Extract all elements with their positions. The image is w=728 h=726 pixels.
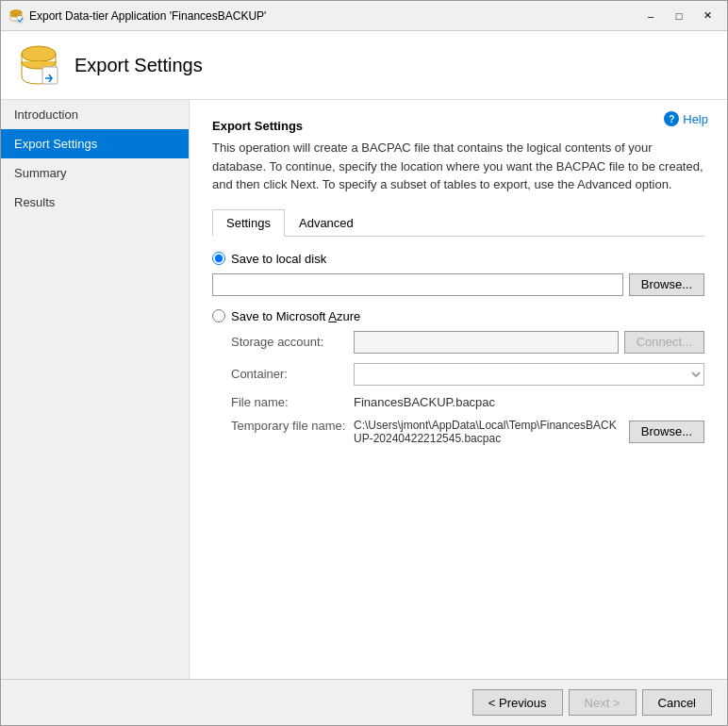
maximize-button[interactable]: □ bbox=[667, 7, 691, 25]
temp-file-field: Temporary file name: C:\Users\jmont\AppD… bbox=[231, 419, 704, 445]
save-local-row: Save to local disk bbox=[212, 252, 704, 266]
header-area: Export Settings bbox=[1, 31, 727, 100]
app-icon bbox=[8, 8, 24, 24]
title-bar-controls: – □ ✕ bbox=[638, 7, 720, 25]
sidebar: Introduction Export Settings Summary Res… bbox=[1, 100, 190, 679]
connect-button[interactable]: Connect... bbox=[624, 331, 704, 354]
help-link[interactable]: ? Help bbox=[664, 111, 708, 126]
footer: < Previous Next > Cancel bbox=[1, 679, 727, 725]
save-azure-label: Save to Microsoft Azure bbox=[231, 309, 360, 323]
file-name-label: File name: bbox=[231, 395, 354, 409]
close-button[interactable]: ✕ bbox=[695, 7, 720, 25]
azure-section: Storage account: Connect... Container: F… bbox=[231, 331, 704, 445]
main-window: Export Data-tier Application 'FinancesBA… bbox=[0, 0, 728, 726]
header-icon bbox=[16, 42, 61, 88]
file-name-value: FinancesBACKUP.bacpac bbox=[354, 395, 704, 409]
tab-advanced[interactable]: Advanced bbox=[285, 209, 368, 237]
tab-settings[interactable]: Settings bbox=[212, 209, 285, 237]
previous-button[interactable]: < Previous bbox=[472, 689, 563, 716]
storage-account-input[interactable] bbox=[354, 331, 619, 354]
temp-file-label: Temporary file name: bbox=[231, 419, 354, 433]
container-select[interactable] bbox=[354, 363, 704, 386]
storage-account-field: Storage account: Connect... bbox=[231, 331, 704, 354]
help-icon: ? bbox=[664, 111, 679, 126]
sidebar-item-export-settings[interactable]: Export Settings bbox=[1, 129, 189, 158]
save-azure-row: Save to Microsoft Azure bbox=[212, 309, 704, 323]
settings-form: Save to local disk Browse... Save to Mic… bbox=[212, 252, 704, 445]
cancel-button[interactable]: Cancel bbox=[642, 689, 712, 716]
sidebar-item-introduction[interactable]: Introduction bbox=[1, 100, 189, 129]
save-azure-radio[interactable] bbox=[212, 309, 225, 322]
section-description: This operation will create a BACPAC file… bbox=[212, 139, 704, 194]
save-local-label[interactable]: Save to local disk bbox=[231, 252, 326, 266]
container-label: Container: bbox=[231, 367, 354, 381]
content-area: Introduction Export Settings Summary Res… bbox=[1, 100, 727, 679]
sidebar-item-summary[interactable]: Summary bbox=[1, 158, 189, 188]
storage-account-label: Storage account: bbox=[231, 335, 354, 349]
local-browse-button[interactable]: Browse... bbox=[629, 273, 704, 296]
next-button[interactable]: Next > bbox=[569, 689, 637, 716]
local-file-input[interactable] bbox=[212, 273, 623, 296]
main-panel: ? Help Export Settings This operation wi… bbox=[190, 100, 727, 679]
temp-file-value: C:\Users\jmont\AppData\Local\Temp\Financ… bbox=[354, 419, 623, 445]
save-local-radio[interactable] bbox=[212, 252, 225, 265]
tabs: Settings Advanced bbox=[212, 209, 704, 237]
container-field: Container: bbox=[231, 363, 704, 386]
temp-file-row: Temporary file name: C:\Users\jmont\AppD… bbox=[231, 419, 704, 445]
minimize-button[interactable]: – bbox=[638, 7, 663, 25]
sidebar-item-results[interactable]: Results bbox=[1, 188, 189, 217]
title-bar: Export Data-tier Application 'FinancesBA… bbox=[1, 1, 727, 31]
temp-browse-button[interactable]: Browse... bbox=[629, 421, 704, 443]
header-title: Export Settings bbox=[74, 55, 203, 76]
title-bar-text: Export Data-tier Application 'FinancesBA… bbox=[29, 9, 638, 23]
local-file-row: Browse... bbox=[212, 273, 704, 296]
file-name-field: File name: FinancesBACKUP.bacpac bbox=[231, 395, 704, 409]
section-title: Export Settings bbox=[212, 119, 704, 133]
